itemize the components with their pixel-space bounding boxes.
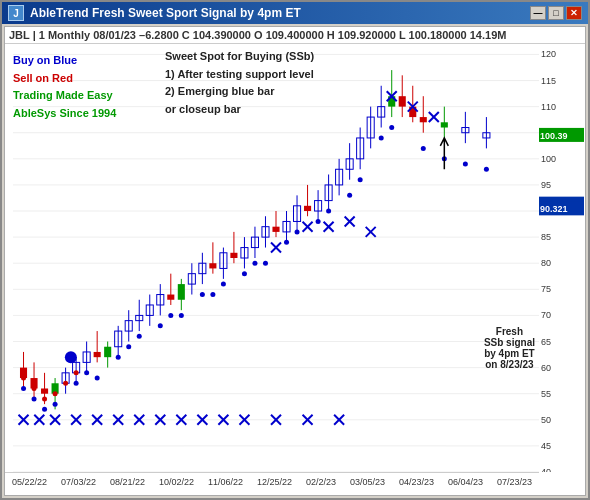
x-axis-label: 11/06/22 [208, 477, 243, 487]
title-buttons: — □ ✕ [530, 6, 582, 20]
x-axis-label: 06/04/23 [448, 477, 483, 487]
title-bar: J AbleTrend Fresh Sweet Sport Signal by … [2, 2, 588, 24]
app-icon: J [8, 5, 24, 21]
maximize-button[interactable]: □ [548, 6, 564, 20]
x-axis-label: 08/21/22 [110, 477, 145, 487]
x-axis-label: 03/05/23 [350, 477, 385, 487]
x-axis-label: 02/2/23 [306, 477, 336, 487]
window-title: AbleTrend Fresh Sweet Sport Signal by 4p… [30, 6, 301, 20]
chart-canvas [5, 44, 585, 472]
x-axis-label: 04/23/23 [399, 477, 434, 487]
chart-header-text: JBL | 1 Monthly 08/01/23 –6.2800 C 104.3… [9, 29, 506, 41]
x-axis-label: 10/02/22 [159, 477, 194, 487]
x-axis-label: 07/03/22 [61, 477, 96, 487]
x-axis-label: 12/25/22 [257, 477, 292, 487]
close-button[interactable]: ✕ [566, 6, 582, 20]
x-axis: 05/22/2207/03/2208/21/2210/02/2211/06/22… [5, 472, 539, 490]
x-axis-label: 05/22/22 [12, 477, 47, 487]
chart-body: Buy on Blue Sell on Red Trading Made Eas… [5, 44, 585, 490]
minimize-button[interactable]: — [530, 6, 546, 20]
title-bar-left: J AbleTrend Fresh Sweet Sport Signal by … [8, 5, 301, 21]
chart-header: JBL | 1 Monthly 08/01/23 –6.2800 C 104.3… [5, 27, 585, 44]
x-axis-label: 07/23/23 [497, 477, 532, 487]
main-window: J AbleTrend Fresh Sweet Sport Signal by … [0, 0, 590, 500]
chart-container: JBL | 1 Monthly 08/01/23 –6.2800 C 104.3… [4, 26, 586, 496]
